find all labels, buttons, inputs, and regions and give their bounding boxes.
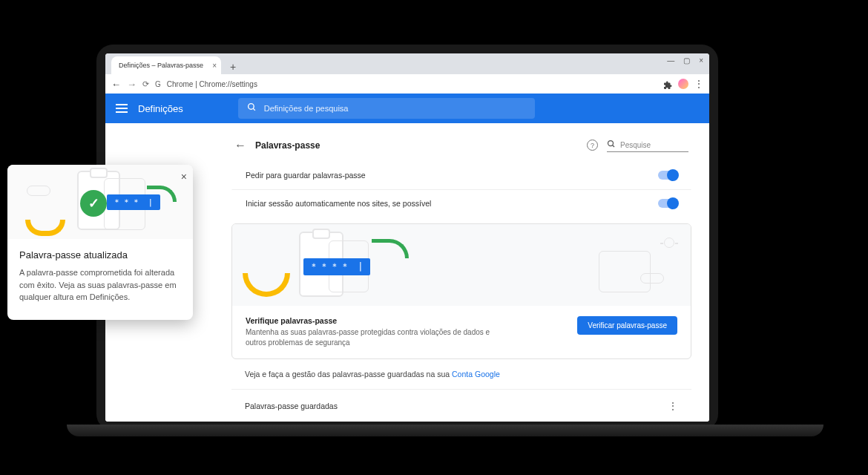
nav-forward-icon[interactable]: → bbox=[127, 79, 137, 90]
hamburger-menu-icon[interactable] bbox=[116, 104, 128, 113]
popup-title: Palavra-passe atualizada bbox=[19, 249, 181, 261]
browser-chrome: Definições – Palavras-passe × + — ▢ × ← … bbox=[105, 53, 709, 94]
settings-search[interactable] bbox=[238, 98, 535, 119]
settings-app: Definições ← Palavras-passe ? bbox=[105, 94, 709, 422]
settings-header: Definições bbox=[105, 94, 709, 123]
check-heading: Verifique palavras-passe bbox=[246, 316, 490, 325]
help-icon[interactable]: ? bbox=[587, 140, 598, 151]
saved-more-icon[interactable]: ⋮ bbox=[668, 400, 678, 412]
check-description: Mantenha as suas palavras-passe protegid… bbox=[246, 327, 490, 348]
google-account-link[interactable]: Conta Google bbox=[452, 370, 500, 379]
window-close-icon[interactable]: × bbox=[699, 56, 703, 65]
page-title: Palavras-passe bbox=[255, 140, 320, 151]
svg-point-2 bbox=[608, 141, 614, 146]
page-search[interactable] bbox=[607, 138, 688, 152]
page-search-input[interactable] bbox=[620, 141, 688, 149]
laptop-base bbox=[67, 425, 823, 436]
nav-back-icon[interactable]: ← bbox=[111, 79, 121, 90]
manage-passwords-row: Veja e faça a gestão das palavras-passe … bbox=[231, 359, 691, 390]
settings-app-title: Definições bbox=[138, 103, 183, 114]
toggle-offer-save[interactable] bbox=[658, 171, 677, 180]
address-bar: ← → ⟳ G Chrome | Chrome://settings ⋮ bbox=[105, 74, 709, 94]
extensions-icon[interactable] bbox=[663, 79, 672, 88]
setting-auto-signin[interactable]: Iniciar sessão automaticamente nos sites… bbox=[231, 189, 691, 217]
window-controls: — ▢ × bbox=[667, 56, 703, 65]
setting-offer-save[interactable]: Pedir para guardar palavras-passe bbox=[231, 161, 691, 189]
settings-search-input[interactable] bbox=[264, 104, 526, 113]
check-illustration: ＊＊＊＊ | bbox=[232, 224, 691, 306]
back-arrow-icon[interactable]: ← bbox=[234, 139, 246, 152]
verify-passwords-button[interactable]: Verificar palavras-passe bbox=[577, 316, 677, 335]
search-icon bbox=[247, 102, 257, 114]
setting-label: Iniciar sessão automaticamente nos sites… bbox=[246, 199, 431, 208]
page-header-row: ← Palavras-passe ? bbox=[231, 131, 691, 161]
manage-prefix: Veja e faça a gestão das palavras-passe … bbox=[245, 370, 452, 379]
search-icon bbox=[607, 140, 616, 150]
tab-strip: Definições – Palavras-passe × + — ▢ × bbox=[105, 53, 709, 74]
window-maximize-icon[interactable]: ▢ bbox=[683, 56, 690, 65]
browser-tab[interactable]: Definições – Palavras-passe × bbox=[111, 56, 221, 74]
toggle-auto-signin[interactable] bbox=[658, 199, 677, 208]
svg-point-0 bbox=[248, 104, 254, 110]
reload-icon[interactable]: ⟳ bbox=[142, 79, 149, 89]
laptop-screen: Definições – Palavras-passe × + — ▢ × ← … bbox=[105, 53, 709, 422]
new-tab-button[interactable]: + bbox=[226, 59, 240, 74]
tab-close-icon[interactable]: × bbox=[212, 62, 217, 70]
settings-body: ← Palavras-passe ? Pedir para guardar p bbox=[105, 123, 709, 422]
password-check-card: ＊＊＊＊ | Verifique palavras-passe Mantenha… bbox=[231, 223, 691, 359]
window-minimize-icon[interactable]: — bbox=[667, 56, 674, 65]
popup-body-text: A palavra-passe comprometida foi alterad… bbox=[19, 266, 181, 304]
url-text[interactable]: Chrome | Chrome://settings bbox=[167, 80, 657, 88]
setting-label: Pedir para guardar palavras-passe bbox=[246, 171, 366, 180]
site-info-icon[interactable]: G bbox=[155, 80, 161, 88]
profile-avatar-icon[interactable] bbox=[678, 79, 688, 89]
svg-line-1 bbox=[253, 108, 255, 111]
saved-heading: Palavras-passe guardadas bbox=[245, 402, 338, 410]
popup-illustration: × ＊＊＊ | bbox=[7, 165, 193, 239]
tab-title: Definições – Palavras-passe bbox=[119, 62, 203, 69]
browser-menu-icon[interactable]: ⋮ bbox=[694, 79, 703, 89]
password-updated-popup: × ＊＊＊ | Palavra-passe atualizada A palav… bbox=[7, 165, 193, 320]
saved-passwords-row: Palavras-passe guardadas ⋮ bbox=[231, 390, 691, 422]
svg-line-3 bbox=[613, 145, 615, 148]
